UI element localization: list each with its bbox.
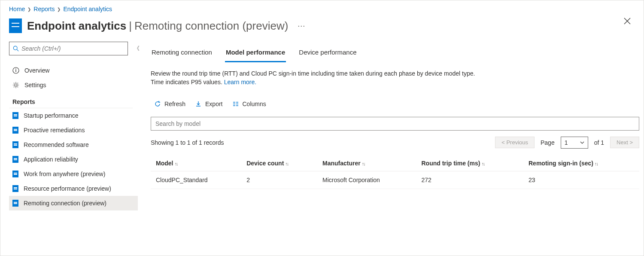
crumb-reports[interactable]: Reports — [33, 6, 55, 12]
report-icon — [12, 127, 18, 134]
sort-icon[interactable]: ↑↓ — [362, 161, 365, 166]
tab-device[interactable]: Device performance — [298, 44, 357, 62]
description-text: Review the round trip time (RTT) and Clo… — [151, 70, 475, 85]
col-label: Device count — [246, 160, 284, 167]
sort-icon[interactable]: ↑↓ — [285, 161, 288, 166]
sidebar: 《 Overview Settings Reports Startup perf… — [0, 42, 138, 250]
gear-icon — [12, 82, 19, 88]
close-icon[interactable] — [624, 18, 631, 24]
svg-rect-4 — [15, 70, 16, 72]
sidebar-item-startup[interactable]: Startup performance — [9, 108, 138, 123]
refresh-button[interactable]: Refresh — [154, 101, 185, 107]
pager: < Previous Page 1 of 1 Next > — [495, 137, 639, 149]
sidebar-item-resource[interactable]: Resource performance (preview) — [9, 181, 138, 196]
toolbar: Refresh Export Columns — [151, 101, 639, 107]
crumb-current[interactable]: Endpoint analytics — [63, 6, 112, 12]
crumb-home[interactable]: Home — [9, 6, 25, 12]
col-count[interactable]: Device count↑↓ — [241, 155, 317, 171]
prev-page-button[interactable]: < Previous — [495, 137, 535, 148]
records-summary: Showing 1 to 1 of 1 records — [151, 139, 224, 146]
sidebar-item-label: Recommended software — [24, 141, 89, 148]
sidebar-item-remoting[interactable]: Remoting connection (preview) — [9, 196, 138, 210]
analytics-icon — [9, 18, 22, 33]
sidebar-item-proactive[interactable]: Proactive remediations — [9, 123, 138, 137]
sort-icon[interactable]: ↑↓ — [595, 161, 598, 166]
nav-settings[interactable]: Settings — [9, 78, 138, 92]
sidebar-item-label: Resource performance (preview) — [24, 185, 111, 192]
title-divider: | — [126, 19, 134, 33]
sidebar-section-reports: Reports — [9, 92, 133, 108]
export-button[interactable]: Export — [195, 101, 222, 107]
page-value: 1 — [565, 139, 568, 146]
report-icon — [12, 141, 18, 148]
cell-model: CloudPC_Standard — [151, 171, 241, 189]
sidebar-item-label: Work from anywhere (preview) — [24, 171, 105, 177]
report-icon — [12, 112, 18, 119]
sidebar-search[interactable] — [9, 42, 128, 55]
description: Review the round trip time (RTT) and Clo… — [151, 69, 477, 87]
breadcrumb: Home ❯ Reports ❯ Endpoint analytics — [0, 0, 644, 15]
col-model[interactable]: Model↑↓ — [151, 155, 241, 171]
sidebar-item-label: Remoting connection (preview) — [24, 200, 106, 207]
nav-label: Overview — [24, 67, 49, 74]
report-icon — [12, 185, 18, 192]
col-manufacturer[interactable]: Manufacturer↑↓ — [317, 155, 416, 171]
cell-rtt: 272 — [416, 171, 524, 189]
cell-count: 2 — [241, 171, 317, 189]
col-label: Model — [156, 160, 173, 167]
columns-button[interactable]: Columns — [232, 101, 266, 107]
svg-line-1 — [17, 49, 18, 51]
model-search-input[interactable] — [151, 117, 639, 131]
page-label: Page — [541, 139, 555, 146]
tool-label: Columns — [243, 101, 266, 107]
next-page-button[interactable]: Next > — [610, 137, 639, 148]
page-header: Endpoint analytics | Remoting connection… — [0, 15, 644, 42]
cell-signin: 23 — [523, 171, 639, 189]
sidebar-item-recommended[interactable]: Recommended software — [9, 137, 138, 152]
sidebar-item-label: Startup performance — [24, 112, 79, 119]
svg-point-0 — [13, 46, 17, 50]
sidebar-search-input[interactable] — [21, 45, 124, 52]
page-title: Endpoint analytics — [27, 19, 126, 33]
page-subtitle: Remoting connection (preview) — [134, 19, 288, 33]
collapse-sidebar-icon[interactable]: 《 — [134, 45, 138, 52]
tab-remoting[interactable]: Remoting connection — [151, 44, 213, 62]
tab-model[interactable]: Model performance — [225, 44, 286, 62]
page-of: of 1 — [594, 139, 604, 146]
chevron-right-icon: ❯ — [57, 7, 61, 12]
refresh-icon — [154, 101, 161, 107]
learn-more-link[interactable]: Learn more. — [224, 79, 256, 85]
more-button[interactable]: ··· — [298, 21, 305, 30]
col-label: Remoting sign-in (sec) — [529, 160, 593, 167]
sidebar-item-label: Application reliability — [24, 156, 78, 163]
page-select[interactable]: 1 — [561, 137, 588, 149]
report-icon — [12, 156, 18, 163]
info-icon — [12, 67, 19, 74]
col-rtt[interactable]: Round trip time (ms)↑↓ — [416, 155, 524, 171]
col-label: Round trip time (ms) — [422, 160, 480, 167]
columns-icon — [232, 101, 239, 107]
sort-icon[interactable]: ↑↓ — [174, 161, 177, 166]
sidebar-item-wfa[interactable]: Work from anywhere (preview) — [9, 167, 138, 181]
report-icon — [12, 200, 18, 207]
nav-label: Settings — [24, 82, 46, 88]
svg-point-5 — [15, 84, 17, 86]
main-content: Remoting connection Model performance De… — [138, 42, 644, 250]
nav-overview[interactable]: Overview — [9, 63, 138, 78]
tool-label: Export — [205, 101, 222, 107]
col-label: Manufacturer — [322, 160, 361, 167]
svg-point-3 — [15, 69, 16, 70]
tool-label: Refresh — [164, 101, 185, 107]
sidebar-item-label: Proactive remediations — [24, 127, 85, 134]
report-icon — [12, 171, 18, 177]
results-table: Model↑↓ Device count↑↓ Manufacturer↑↓ Ro… — [151, 155, 639, 189]
tabs: Remoting connection Model performance De… — [151, 44, 639, 62]
chevron-right-icon: ❯ — [27, 7, 31, 12]
download-icon — [195, 101, 202, 107]
sidebar-item-reliability[interactable]: Application reliability — [9, 152, 138, 167]
chevron-down-icon — [580, 141, 584, 144]
table-row[interactable]: CloudPC_Standard 2 Microsoft Corporation… — [151, 171, 639, 189]
sort-icon[interactable]: ↑↓ — [481, 161, 484, 166]
search-icon — [13, 46, 19, 52]
col-signin[interactable]: Remoting sign-in (sec)↑↓ — [523, 155, 639, 171]
